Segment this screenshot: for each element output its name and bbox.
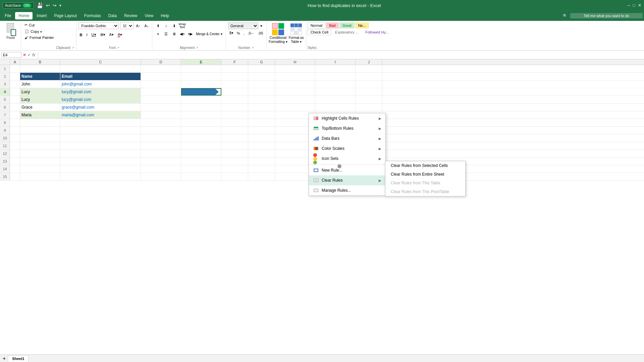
merge-center-btn[interactable]: Merge & Center ▾ xyxy=(195,31,223,37)
format-as-table-button[interactable]: Format asTable ▾ xyxy=(289,22,304,44)
cell-d4[interactable] xyxy=(141,88,181,96)
cell-b4[interactable]: Lucy xyxy=(20,88,60,96)
align-middle-btn[interactable]: ↕ xyxy=(162,22,170,29)
cell-h5[interactable] xyxy=(275,96,315,103)
customize-icon[interactable]: ▾ xyxy=(59,3,61,8)
border-btn[interactable]: ⊞▾ xyxy=(99,32,107,38)
cell-j5[interactable] xyxy=(356,96,382,103)
col-header-f[interactable]: F xyxy=(221,59,248,65)
cell-a2[interactable] xyxy=(10,73,20,80)
format-painter-button[interactable]: 🖌Format Painter xyxy=(24,35,55,40)
col-header-c[interactable]: C xyxy=(60,59,141,65)
autosave-toggle[interactable]: AutoSave ON xyxy=(3,2,34,9)
increase-font-btn[interactable]: A↑ xyxy=(135,23,142,28)
cell-e2[interactable] xyxy=(181,73,221,80)
cell-g4[interactable] xyxy=(248,88,275,96)
cell-b1[interactable] xyxy=(20,65,60,72)
dropdown-newrule[interactable]: New Rule... xyxy=(309,165,385,175)
style-good[interactable]: Good xyxy=(339,22,355,28)
cell-e7[interactable] xyxy=(181,111,221,119)
cell-g7[interactable] xyxy=(248,111,275,119)
cell-f6[interactable] xyxy=(221,104,248,111)
increase-decimal-btn[interactable]: .00 xyxy=(257,31,264,36)
col-header-b[interactable]: B xyxy=(20,59,60,65)
style-explanatory[interactable]: Explanatory ... xyxy=(332,29,362,35)
menu-data[interactable]: Data xyxy=(105,12,120,19)
menu-home[interactable]: Home xyxy=(15,12,33,19)
col-header-g[interactable]: G xyxy=(248,59,275,65)
cell-g2[interactable] xyxy=(248,73,275,80)
cell-h2[interactable] xyxy=(275,73,315,80)
align-right-btn[interactable]: ≣ xyxy=(170,31,178,37)
currency-btn[interactable]: $▾ xyxy=(228,31,235,36)
col-header-i[interactable]: I xyxy=(315,59,356,65)
cell-i3[interactable] xyxy=(315,80,356,88)
cell-b3[interactable]: John xyxy=(20,80,60,88)
cell-g5[interactable] xyxy=(248,96,275,103)
cell-d3[interactable] xyxy=(141,80,181,88)
cell-g1[interactable] xyxy=(248,65,275,72)
style-check[interactable]: Check Cell xyxy=(308,29,331,35)
underline-btn[interactable]: U▾ xyxy=(90,32,98,38)
col-header-h[interactable]: H xyxy=(275,59,315,65)
number-format-select[interactable]: General xyxy=(228,22,258,29)
menu-insert[interactable]: Insert xyxy=(33,12,50,19)
dropdown-colorscales[interactable]: Color Scales ▶ xyxy=(309,143,385,154)
copy-button[interactable]: 📋Copy ▾ xyxy=(24,29,55,34)
decrease-indent-btn[interactable]: ◀≡ xyxy=(178,31,186,37)
cell-b5[interactable]: Lucy xyxy=(20,96,60,103)
cell-j1[interactable] xyxy=(356,65,382,72)
cell-i2[interactable] xyxy=(315,73,356,80)
cell-c2[interactable]: Email xyxy=(60,73,141,80)
number-format-expand[interactable]: ▾ xyxy=(259,23,264,29)
redo-icon[interactable]: ↪ xyxy=(53,3,57,8)
align-left-btn[interactable]: ≡ xyxy=(154,31,162,37)
dropdown-clearrules[interactable]: Clear Rules ▶ xyxy=(309,175,385,185)
align-top-btn[interactable]: ⬆ xyxy=(154,22,162,29)
confirm-formula-btn[interactable]: ✓ xyxy=(28,53,31,57)
cell-c1[interactable] xyxy=(60,65,141,72)
menu-file[interactable]: File xyxy=(1,12,14,19)
clipboard-expand[interactable]: ↗ xyxy=(72,46,74,49)
submenu-clear-selected[interactable]: Clear Rules from Selected Cells xyxy=(385,161,465,170)
dropdown-highlight-cells[interactable]: Highlight Cells Rules ▶ xyxy=(309,113,385,123)
cell-i5[interactable] xyxy=(315,96,356,103)
font-name-select[interactable]: Franklin Gothic xyxy=(78,22,119,29)
cell-f2[interactable] xyxy=(221,73,248,80)
minimize-btn[interactable]: ─ xyxy=(627,3,630,8)
align-center-btn[interactable]: ☰ xyxy=(162,31,170,37)
cell-i1[interactable] xyxy=(315,65,356,72)
cell-g6[interactable] xyxy=(248,104,275,111)
menu-formulas[interactable]: Formulas xyxy=(81,12,104,19)
cell-e5[interactable] xyxy=(181,96,221,103)
cell-j2[interactable] xyxy=(356,73,382,80)
fill-color-btn[interactable]: A▾ xyxy=(108,32,115,38)
cancel-formula-btn[interactable]: ✕ xyxy=(23,53,26,57)
cell-h4[interactable] xyxy=(275,88,315,96)
cell-h3[interactable] xyxy=(275,80,315,88)
cell-b7[interactable]: Maria xyxy=(20,111,60,119)
cell-j6[interactable] xyxy=(356,104,382,111)
font-color-btn[interactable]: A▾ xyxy=(116,32,123,38)
add-sheet-btn[interactable]: + xyxy=(1,356,7,362)
cell-d6[interactable] xyxy=(141,104,181,111)
conditional-formatting-button[interactable]: ConditionalFormatting ▾ xyxy=(269,22,287,44)
cell-a3[interactable] xyxy=(10,80,20,88)
cell-c4[interactable]: lucy@gmail.com xyxy=(60,88,141,96)
cell-b6[interactable]: Grace xyxy=(20,104,60,111)
cell-i4[interactable] xyxy=(315,88,356,96)
cell-f3[interactable] xyxy=(221,80,248,88)
cell-c7[interactable]: maria@gmail.com xyxy=(60,111,141,119)
function-btn[interactable]: fx xyxy=(32,53,35,57)
cell-f7[interactable] xyxy=(221,111,248,119)
decrease-decimal-btn[interactable]: .0← xyxy=(247,31,256,36)
menu-page-layout[interactable]: Page Layout xyxy=(51,12,80,19)
submenu-clear-sheet[interactable]: Clear Rules from Entire Sheet xyxy=(385,170,465,179)
cut-button[interactable]: ✂Cut xyxy=(24,22,55,27)
cell-c6[interactable]: grace@gmail.com xyxy=(60,104,141,111)
cell-a1[interactable] xyxy=(10,65,20,72)
maximize-btn[interactable]: □ xyxy=(633,3,635,8)
cell-f5[interactable] xyxy=(221,96,248,103)
cell-d1[interactable] xyxy=(141,65,181,72)
save-icon[interactable]: 💾 xyxy=(37,2,43,9)
